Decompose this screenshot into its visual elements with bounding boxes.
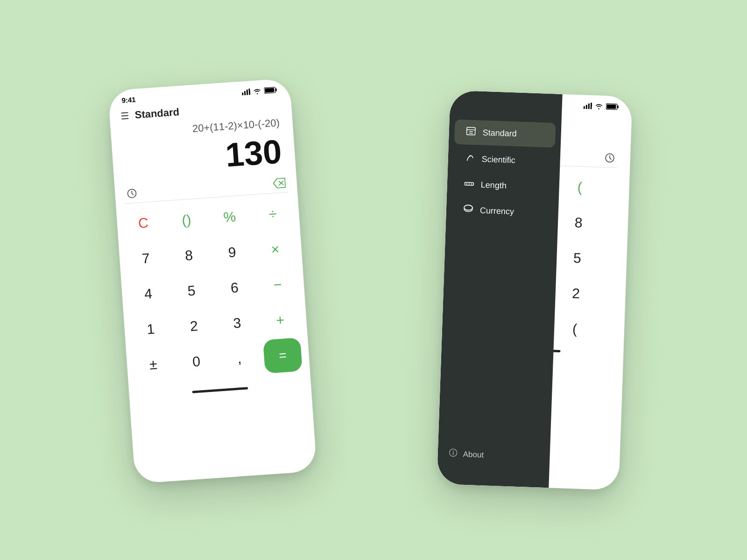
drawer-about[interactable]: About xyxy=(437,441,550,469)
drawer-item-currency[interactable]: Currency xyxy=(451,197,553,226)
drawer-item-scientific[interactable]: Scientific xyxy=(453,146,555,175)
svg-rect-16 xyxy=(606,104,616,109)
drawer-about-label: About xyxy=(463,449,484,460)
svg-point-33 xyxy=(453,451,454,452)
key-5[interactable]: 5 xyxy=(172,273,211,308)
key-2-right[interactable]: 2 xyxy=(557,276,595,311)
svg-rect-13 xyxy=(591,102,592,109)
svg-line-19 xyxy=(467,130,475,130)
history-icon-right[interactable] xyxy=(604,152,616,164)
phone-left: 9:41 xyxy=(108,78,317,483)
key-5-right[interactable]: 5 xyxy=(558,241,596,276)
drawer-item-standard[interactable]: Standard xyxy=(454,119,556,148)
key-divide[interactable]: ÷ xyxy=(253,196,293,232)
key-multiply[interactable]: × xyxy=(255,231,295,267)
about-icon xyxy=(449,448,458,460)
history-icon[interactable] xyxy=(126,188,138,200)
svg-rect-15 xyxy=(617,105,619,108)
drawer-label-currency: Currency xyxy=(480,206,514,217)
key-percent[interactable]: % xyxy=(210,199,249,235)
svg-rect-0 xyxy=(242,92,243,95)
key-0[interactable]: 0 xyxy=(176,343,216,379)
svg-rect-3 xyxy=(248,88,250,95)
key-6[interactable]: 6 xyxy=(215,270,254,306)
signal-icon-right xyxy=(584,102,592,109)
drawer-spacer xyxy=(438,223,558,445)
wifi-icon xyxy=(253,87,261,94)
signal-icon xyxy=(241,88,250,95)
svg-rect-10 xyxy=(584,106,585,109)
key-4[interactable]: 4 xyxy=(128,276,168,312)
key-0-right[interactable]: ( xyxy=(556,312,594,347)
key-parens[interactable]: () xyxy=(167,202,206,238)
svg-rect-6 xyxy=(265,88,275,92)
key-2[interactable]: 2 xyxy=(174,308,214,344)
wifi-icon-right xyxy=(595,103,603,110)
svg-rect-11 xyxy=(586,105,587,109)
status-icons-right xyxy=(584,102,619,110)
length-icon xyxy=(464,180,474,190)
scene: 9:41 xyxy=(93,47,654,513)
backspace-icon[interactable] xyxy=(272,178,286,189)
keypad-left: C () % ÷ 7 8 9 × 4 5 6 − 1 2 xyxy=(116,192,310,391)
key-3[interactable]: 3 xyxy=(217,305,257,341)
battery-icon xyxy=(264,86,277,94)
key-minus[interactable]: − xyxy=(258,267,297,303)
app-title-left: Standard xyxy=(134,106,180,121)
key-8[interactable]: 8 xyxy=(169,238,209,273)
key-plus[interactable]: + xyxy=(261,302,300,338)
key-7[interactable]: 7 xyxy=(126,240,166,276)
key-9[interactable]: 9 xyxy=(212,234,252,270)
time-left: 9:41 xyxy=(121,96,136,105)
key-plusminus[interactable]: ± xyxy=(134,347,173,383)
home-indicator-left xyxy=(192,387,248,393)
drawer-label-standard: Standard xyxy=(482,128,517,139)
drawer: Standard Scientific xyxy=(437,90,562,488)
drawer-label-length: Length xyxy=(480,180,507,191)
svg-rect-2 xyxy=(247,89,248,95)
key-1[interactable]: 1 xyxy=(131,311,170,347)
svg-rect-18 xyxy=(467,127,476,135)
menu-icon-left[interactable]: ☰ xyxy=(120,110,130,122)
drawer-label-scientific: Scientific xyxy=(481,154,515,166)
svg-rect-1 xyxy=(244,91,246,95)
scientific-icon xyxy=(465,153,475,165)
svg-rect-12 xyxy=(588,103,590,109)
currency-icon xyxy=(463,204,473,217)
standard-icon xyxy=(465,126,476,139)
key-8-right[interactable]: 8 xyxy=(559,205,598,240)
key-equals[interactable]: = xyxy=(263,337,303,373)
svg-rect-5 xyxy=(275,88,277,91)
key-clear[interactable]: C xyxy=(124,205,163,241)
key-comma[interactable]: , xyxy=(220,341,260,377)
drawer-item-length[interactable]: Length xyxy=(452,173,554,199)
phone-right: 9:41 xyxy=(437,90,632,490)
key-parens-right[interactable]: ( xyxy=(561,170,599,205)
battery-icon-right xyxy=(606,103,619,110)
